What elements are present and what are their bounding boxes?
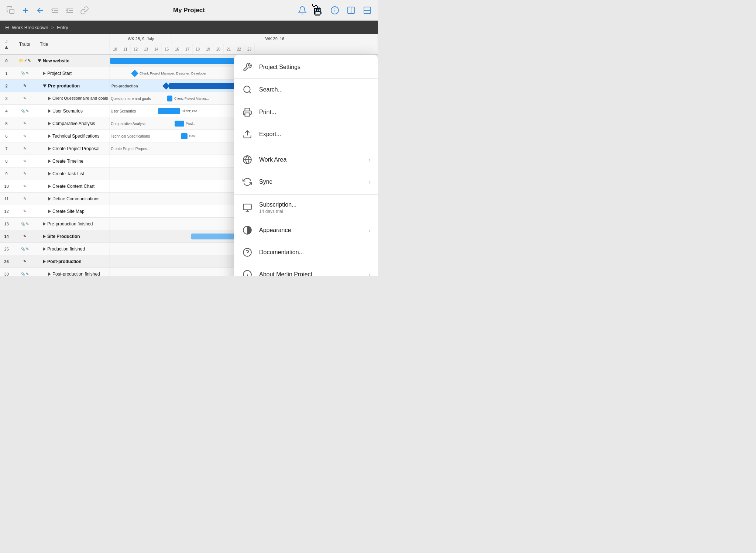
back-icon[interactable] [35, 6, 45, 15]
indent-out-icon[interactable] [65, 6, 75, 15]
gantt-resource-label: Prod... [186, 122, 196, 125]
triangle-right-filled-icon [43, 235, 46, 238]
main-content: # ▲ Traits Title WK 28, 9. July WK 29, 1… [0, 34, 378, 276]
cell-traits: 📎✎ [13, 268, 36, 276]
toolbar-right: 🖱 [189, 6, 372, 15]
svg-point-16 [334, 11, 335, 12]
day-labels: 10 11 12 13 14 15 16 17 18 19 20 21 22 2… [110, 44, 378, 54]
cell-title: New website [36, 55, 110, 67]
cell-title: Create Task List [36, 167, 110, 180]
gantt-label: User Scenarios [111, 109, 136, 113]
col-header-title: Title [36, 34, 110, 54]
menu-item-text: Print... [259, 109, 371, 115]
copy-icon[interactable] [6, 6, 16, 15]
gantt-resource-label: Client; Project Manager; Designer; Devel… [140, 72, 206, 75]
cell-title: Comparative Analysis [36, 117, 110, 129]
day-14: 14 [151, 44, 162, 54]
day-10: 10 [110, 44, 120, 54]
cell-num: 26 [0, 255, 13, 267]
cell-title: Production finished [36, 243, 110, 255]
day-23: 23 [244, 44, 255, 54]
cell-title: Post-production [36, 255, 110, 267]
triangle-right-icon [48, 172, 51, 176]
page-title: My Project [173, 7, 205, 14]
cell-title: Define Communications [36, 193, 110, 205]
split-vertical-icon[interactable] [346, 6, 356, 15]
menu-item-about[interactable]: About Merlin Project › [234, 263, 378, 276]
menu-item-text: Sync [259, 179, 362, 185]
cell-num: 6 [0, 130, 13, 142]
printer-icon [241, 106, 253, 118]
breadcrumb: ⊟ Work Breakdown > Entry [0, 21, 378, 34]
cell-title: Create Content Chart [36, 180, 110, 192]
cell-title: Technical Specifications [36, 130, 110, 142]
day-20: 20 [213, 44, 224, 54]
day-19: 19 [203, 44, 213, 54]
menu-item-text: Subscription... 14 days trial [259, 201, 371, 214]
cell-traits: ✎ [13, 130, 36, 142]
menu-item-title: Export... [259, 131, 371, 138]
cell-traits: ✎ [13, 255, 36, 267]
menu-item-subscription[interactable]: Subscription... 14 days trial [234, 196, 378, 219]
triangle-right-icon [48, 134, 51, 138]
menu-item-export[interactable]: Export... [234, 123, 378, 145]
cell-num: 2 [0, 80, 13, 92]
menu-item-text: Work Area [259, 156, 362, 163]
day-16: 16 [172, 44, 182, 54]
cell-title: Client Questionnaire and goals [36, 92, 110, 104]
sync-icon [241, 176, 253, 188]
breadcrumb-page: Entry [57, 25, 68, 30]
cell-title: Project Start [36, 67, 110, 79]
menu-item-appearance[interactable]: Appearance › [234, 219, 378, 241]
link-icon[interactable] [80, 6, 89, 15]
menu-item-work-area[interactable]: Work Area › [234, 149, 378, 171]
cell-traits: 📎✎ [13, 67, 36, 79]
chevron-right-icon: › [368, 271, 371, 277]
search-icon [241, 84, 253, 96]
day-17: 17 [182, 44, 193, 54]
menu-item-documentation[interactable]: Documentation... [234, 241, 378, 263]
gantt-label: Technical Specifications [111, 134, 150, 138]
menu-item-title: About Merlin Project [259, 271, 362, 276]
cell-num: 3 [0, 92, 13, 104]
col-header-num: # ▲ [0, 34, 13, 54]
question-icon [241, 246, 253, 258]
cell-traits: ✎ [13, 180, 36, 192]
week-label-28: WK 28, 9. July [110, 34, 172, 44]
toolbar: My Project 🖱 [0, 0, 378, 21]
svg-point-21 [244, 86, 250, 92]
cell-title: Pre-production [36, 80, 110, 92]
gantt-bar [110, 58, 236, 64]
cell-traits: ✎ [13, 155, 36, 167]
cell-title: User Scenarios [36, 105, 110, 117]
cell-traits: ✎ [13, 193, 36, 205]
col-header-traits: Traits [13, 34, 36, 54]
menu-item-search[interactable]: Search... [234, 79, 378, 101]
breadcrumb-section[interactable]: Work Breakdown [12, 25, 48, 30]
menu-item-title: Work Area [259, 156, 362, 163]
cell-num: 14 [0, 230, 13, 242]
cell-traits: ✎ [13, 80, 36, 92]
globe-icon [241, 154, 253, 166]
menu-item-title: Subscription... [259, 201, 371, 208]
menu-item-print[interactable]: Print... [234, 101, 378, 123]
add-icon[interactable] [21, 6, 30, 15]
menu-item-sync[interactable]: Sync › [234, 171, 378, 193]
triangle-right-filled-icon [43, 260, 46, 263]
cell-num: 4 [0, 105, 13, 117]
menu-item-project-settings[interactable]: Project Settings [234, 56, 378, 78]
cell-num: 10 [0, 180, 13, 192]
cell-title: Create Timeline [36, 155, 110, 167]
triangle-right-icon [48, 272, 51, 276]
indent-in-icon[interactable] [50, 6, 60, 15]
cell-traits: 📎✎ [13, 105, 36, 117]
split-horizontal-icon[interactable] [362, 6, 372, 15]
subscription-icon [241, 202, 253, 214]
menu-item-title: Project Settings [259, 64, 371, 70]
menu-item-title: Appearance [259, 227, 362, 234]
triangle-right-icon [48, 97, 51, 100]
notification-icon[interactable] [298, 6, 307, 15]
more-icon[interactable] [330, 6, 340, 15]
menu-item-text: About Merlin Project [259, 271, 362, 276]
triangle-right-icon [48, 210, 51, 213]
